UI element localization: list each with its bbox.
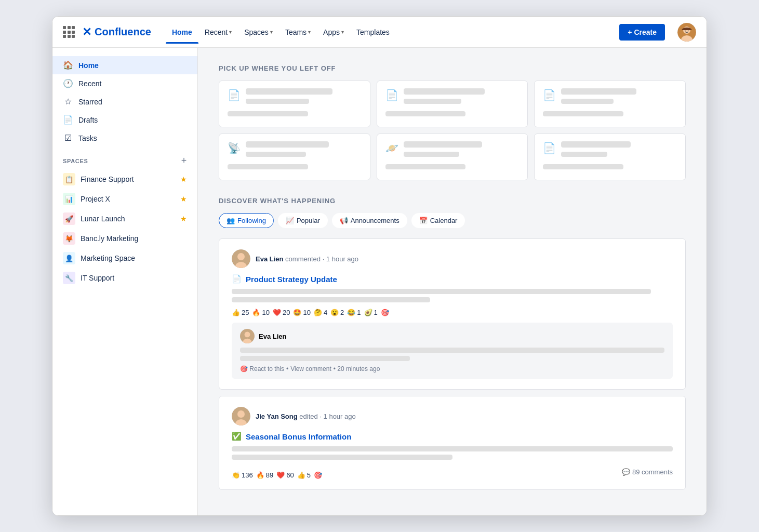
- reaction-count-0-4: 4: [324, 309, 327, 316]
- reaction-count-1-3: 5: [307, 471, 311, 479]
- logo-symbol: ✕: [82, 25, 91, 39]
- view-comment-0[interactable]: View comment: [290, 365, 331, 373]
- doc-card-3[interactable]: 📡: [219, 134, 370, 180]
- tab-popular[interactable]: 📈Popular: [278, 213, 328, 228]
- space-name-3: Banc.ly Marketing: [81, 234, 187, 243]
- recent-icon: 🕐: [63, 78, 73, 88]
- user-avatar[interactable]: [677, 23, 696, 42]
- tab-label-2: Announcements: [351, 217, 400, 224]
- activity-meta-1: Jie Yan Song edited · 1 hour ago: [256, 413, 356, 420]
- sidebar-item-starred[interactable]: ☆ Starred: [52, 92, 197, 111]
- reaction-emoji-1-2: ❤️: [276, 471, 285, 479]
- react-to-this-0[interactable]: 🎯 React to this: [240, 365, 284, 373]
- logo-text: Confluence: [95, 26, 151, 38]
- nav-apps[interactable]: Apps ▾: [317, 26, 350, 38]
- tab-icon-2: 📢: [340, 217, 348, 224]
- activity-cards: Eva Lien commented · 1 hour ago 📄 Produc…: [219, 238, 686, 490]
- tab-announcements[interactable]: 📢Announcements: [332, 213, 407, 228]
- reaction-0-0[interactable]: 👍 25: [232, 309, 249, 316]
- app-window: ✕ Confluence Home Recent ▾ Spaces ▾ Team…: [52, 16, 707, 516]
- reaction-count-0-7: 1: [374, 309, 378, 316]
- reaction-count-0-2: 20: [283, 309, 290, 316]
- reaction-1-1[interactable]: 🔥 89: [256, 471, 273, 479]
- activity-card-0: Eva Lien commented · 1 hour ago 📄 Produc…: [219, 238, 686, 390]
- spaces-section-label: SPACES +: [52, 147, 197, 169]
- nav-templates[interactable]: Templates: [350, 26, 396, 38]
- sidebar-item-drafts[interactable]: 📄 Drafts: [52, 111, 197, 129]
- sidebar-space-item-2[interactable]: 🚀 Lunar Launch ★: [52, 209, 197, 229]
- nav-recent[interactable]: Recent ▾: [198, 26, 238, 38]
- reaction-0-7[interactable]: 🥑 1: [364, 309, 378, 316]
- tab-following[interactable]: 👥Following: [219, 213, 274, 228]
- teams-chevron: ▾: [308, 29, 311, 35]
- grid-menu-icon[interactable]: [63, 26, 75, 38]
- nav-spaces[interactable]: Spaces ▾: [238, 26, 279, 38]
- logo[interactable]: ✕ Confluence: [82, 25, 151, 39]
- nav-home[interactable]: Home: [166, 26, 198, 38]
- doc-card-5[interactable]: 📄: [534, 134, 686, 180]
- sidebar-space-item-0[interactable]: 📋 Finance Support ★: [52, 169, 197, 189]
- tab-label-1: Popular: [297, 217, 320, 224]
- top-nav: ✕ Confluence Home Recent ▾ Spaces ▾ Team…: [52, 17, 707, 48]
- activity-user-1: Jie Yan Song: [256, 413, 298, 420]
- space-name-1: Project X: [81, 195, 175, 203]
- reaction-1-0[interactable]: 👏 136: [232, 471, 253, 479]
- doc-card-1[interactable]: 📄: [377, 81, 528, 127]
- activity-footer-1: 👏 136 🔥 89 ❤️ 60 👍 5 🎯 💬 89 comments: [232, 465, 673, 479]
- activity-title-0[interactable]: 📄 Product Strategy Update: [232, 274, 673, 284]
- activity-doc-icon-1: ✅: [232, 432, 242, 441]
- doc-lines-0: [246, 88, 362, 107]
- tab-calendar[interactable]: 📅Calendar: [411, 213, 465, 228]
- sidebar-item-recent[interactable]: 🕐 Recent: [52, 74, 197, 92]
- space-name-4: Marketing Space: [81, 254, 187, 262]
- reaction-emoji-0-0: 👍: [232, 309, 240, 316]
- recent-cards-grid: 📄 📄 📄 📡: [219, 81, 686, 180]
- sidebar-space-item-4[interactable]: 👤 Marketing Space: [52, 248, 197, 268]
- sidebar-space-item-5[interactable]: 🔧 IT Support: [52, 268, 197, 288]
- reaction-row-0: 👍 25 🔥 10 ❤️ 20 🤩 10 🤔 4 😮 2 😂 1: [232, 309, 673, 316]
- space-name-2: Lunar Launch: [81, 215, 175, 223]
- doc-card-0[interactable]: 📄: [219, 81, 370, 127]
- reaction-0-5[interactable]: 😮 2: [330, 309, 344, 316]
- reaction-count-0-0: 25: [242, 309, 249, 316]
- activity-action-0: commented · 1 hour ago: [285, 255, 358, 263]
- activity-title-1[interactable]: ✅ Seasonal Bonus Information: [232, 432, 673, 441]
- doc-icon-4: 🪐: [385, 142, 398, 154]
- space-icon-4: 👤: [63, 252, 75, 264]
- apps-chevron: ▾: [341, 29, 344, 35]
- doc-card-2[interactable]: 📄: [534, 81, 686, 127]
- activity-avatar-0: [232, 249, 250, 268]
- reaction-1-2[interactable]: ❤️ 60: [276, 471, 294, 479]
- reaction-0-3[interactable]: 🤩 10: [293, 309, 310, 316]
- reaction-0-1[interactable]: 🔥 10: [252, 309, 269, 316]
- reaction-count-0-3: 10: [303, 309, 310, 316]
- space-name-5: IT Support: [81, 274, 187, 282]
- reaction-emoji-0-5: 😮: [330, 309, 339, 316]
- pick-up-title: PICK UP WHERE YOU LEFT OFF: [219, 64, 686, 72]
- reaction-0-4[interactable]: 🤔 4: [314, 309, 327, 316]
- reaction-0-2[interactable]: ❤️ 20: [273, 309, 290, 316]
- sidebar-item-home[interactable]: 🏠 Home: [52, 56, 197, 74]
- reaction-1-4[interactable]: 🎯: [314, 471, 322, 479]
- doc-card-4[interactable]: 🪐: [377, 134, 528, 180]
- doc-lines-4: [404, 141, 520, 160]
- nav-teams[interactable]: Teams ▾: [279, 26, 317, 38]
- activity-doc-title-1: Seasonal Bonus Information: [246, 432, 351, 441]
- tab-label-0: Following: [237, 217, 266, 224]
- sidebar-item-tasks[interactable]: ☑ Tasks: [52, 129, 197, 147]
- activity-meta-0: Eva Lien commented · 1 hour ago: [256, 255, 358, 263]
- sidebar-space-item-3[interactable]: 🦊 Banc.ly Marketing: [52, 229, 197, 248]
- sidebar-space-item-1[interactable]: 📊 Project X ★: [52, 189, 197, 209]
- add-space-button[interactable]: +: [181, 155, 187, 166]
- reaction-1-3[interactable]: 👍 5: [297, 471, 311, 479]
- reaction-0-8[interactable]: 🎯: [381, 309, 389, 316]
- space-icon-5: 🔧: [63, 272, 75, 284]
- create-button[interactable]: + Create: [619, 24, 665, 41]
- reaction-0-6[interactable]: 😂 1: [347, 309, 361, 316]
- home-icon: 🏠: [63, 60, 73, 70]
- tab-icon-1: 📈: [286, 217, 294, 224]
- comments-count-1[interactable]: 💬 89 comments: [622, 468, 673, 476]
- reaction-emoji-1-0: 👏: [232, 471, 240, 479]
- doc-icon-2: 📄: [543, 89, 556, 101]
- sidebar: 🏠 Home 🕐 Recent ☆ Starred 📄 Drafts ☑ Tas…: [52, 48, 198, 515]
